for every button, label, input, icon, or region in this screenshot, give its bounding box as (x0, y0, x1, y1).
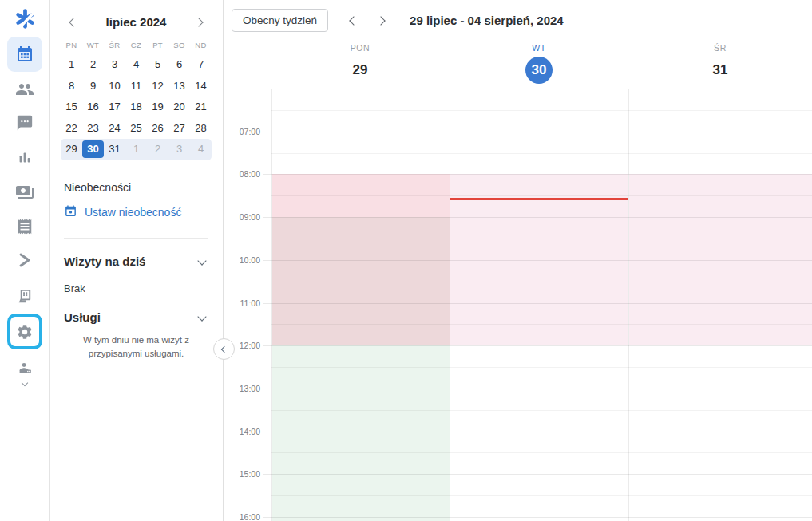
grid-line (263, 174, 812, 175)
app-logo (0, 6, 50, 30)
rail-item-chat[interactable] (0, 112, 50, 134)
day-name-label: WT (532, 43, 546, 53)
mini-day-cell[interactable]: 28 (190, 120, 212, 137)
services-section-toggle[interactable]: Usługi (57, 294, 215, 324)
mini-day-cell[interactable]: 31 (104, 140, 125, 158)
mini-day-cell[interactable]: 30 (82, 140, 104, 158)
mini-day-cell[interactable]: 2 (147, 140, 168, 158)
mini-calendar-week: 891011121314 (61, 76, 212, 97)
grid-line (271, 495, 812, 496)
mini-day-cell[interactable]: 6 (168, 56, 190, 73)
mini-day-cell[interactable]: 4 (125, 56, 147, 73)
visits-section-toggle[interactable]: Wizyty na dziś (57, 239, 215, 268)
day-name-label: ŚR (714, 43, 727, 53)
grid-line (271, 367, 812, 368)
rail-item-calendar[interactable] (0, 36, 50, 73)
rail-item-patients[interactable] (0, 78, 50, 101)
mini-day-name: SO (168, 41, 190, 49)
day-header-wt[interactable]: WT30 (525, 43, 553, 84)
set-absence-link[interactable]: Ustaw nieobecność (57, 194, 215, 220)
logo-icon (14, 8, 36, 30)
absences-title: Nieobecności (57, 160, 215, 194)
mini-day-cell[interactable]: 21 (190, 98, 212, 116)
chevron-left-icon (69, 18, 77, 26)
prev-week-button[interactable] (346, 10, 362, 31)
set-absence-label: Ustaw nieobecność (85, 206, 181, 219)
mini-day-name: WT (82, 41, 104, 49)
time-label: 14:00 (224, 427, 260, 436)
mini-day-cell[interactable]: 12 (147, 77, 168, 95)
column-border (271, 89, 272, 521)
grid-line (263, 432, 812, 432)
app-window: lipiec 2024 PNWTŚRCZPTSOND 1234567891011… (0, 0, 812, 521)
mini-day-cell[interactable]: 2 (82, 56, 104, 73)
day-number-label: 29 (347, 57, 374, 84)
time-label: 07:00 (224, 127, 260, 136)
mini-day-cell[interactable]: 16 (82, 98, 104, 116)
mini-calendar-day-names: PNWTŚRCZPTSOND (50, 41, 223, 49)
mini-calendar-weeks: 1234567891011121314151617181920212223242… (50, 54, 223, 160)
mini-day-cell[interactable]: 22 (61, 120, 82, 137)
current-week-button[interactable]: Obecny tydzień (232, 9, 328, 32)
mini-day-cell[interactable]: 20 (168, 98, 190, 116)
mini-calendar-next-button[interactable] (192, 13, 205, 31)
mini-day-cell[interactable]: 26 (147, 120, 168, 137)
rail-item-payments[interactable] (0, 181, 50, 203)
grid-line (271, 239, 812, 239)
time-label: 16:00 (224, 512, 260, 521)
mini-calendar-week: 15161718192021 (61, 97, 212, 118)
mini-day-cell[interactable]: 19 (147, 98, 168, 116)
time-label: 09:00 (224, 212, 260, 222)
mini-day-cell[interactable]: 29 (61, 140, 82, 158)
mini-day-cell[interactable]: 1 (125, 140, 147, 158)
rail-item-settings[interactable] (0, 313, 50, 350)
grid-line (263, 89, 812, 89)
mini-day-cell[interactable]: 13 (168, 77, 190, 95)
rail-item-organization[interactable] (0, 359, 50, 380)
grid-line (263, 517, 812, 518)
time-label: 15:00 (224, 469, 260, 479)
mini-day-cell[interactable]: 10 (104, 77, 125, 95)
mini-day-cell[interactable]: 9 (82, 77, 104, 95)
rail-item-receipts[interactable] (0, 215, 50, 238)
grid-line (263, 260, 812, 261)
mini-day-cell[interactable]: 15 (61, 98, 82, 116)
mini-day-cell[interactable]: 23 (82, 120, 104, 137)
grid-line (263, 217, 812, 218)
mini-day-cell[interactable]: 27 (168, 120, 190, 137)
mini-day-cell[interactable]: 11 (125, 77, 147, 95)
mini-day-cell[interactable]: 3 (104, 56, 125, 73)
mini-day-name: PN (61, 41, 82, 49)
week-grid[interactable]: 07:0008:0009:0010:0011:0012:0013:0014:00… (224, 89, 812, 521)
payments-icon (15, 183, 34, 202)
panel-collapse-button[interactable] (213, 338, 235, 360)
mini-day-cell[interactable]: 5 (147, 56, 168, 73)
mini-day-cell[interactable]: 17 (104, 98, 125, 116)
terminal-icon (16, 287, 34, 306)
mini-day-cell[interactable]: 24 (104, 120, 125, 137)
grid-line (263, 389, 812, 389)
mini-day-cell[interactable]: 25 (125, 120, 147, 137)
next-week-button[interactable] (373, 10, 389, 31)
day-header-śr[interactable]: ŚR31 (707, 43, 734, 84)
mini-calendar-prev-button[interactable] (67, 13, 80, 31)
rail-item-terminal[interactable] (0, 284, 50, 308)
grid-line (263, 345, 812, 346)
mini-day-cell[interactable]: 7 (190, 56, 212, 73)
services-empty-text: W tym dniu nie ma wizyt z przypisanymi u… (57, 324, 215, 362)
grid-line (271, 153, 812, 154)
mini-day-cell[interactable]: 18 (125, 98, 147, 116)
mini-day-cell[interactable]: 1 (61, 56, 82, 73)
mini-day-cell[interactable]: 14 (190, 77, 212, 95)
rail-item-send[interactable] (0, 249, 50, 271)
grid-line (263, 474, 812, 475)
mini-day-cell[interactable]: 4 (190, 140, 212, 158)
chevron-down-icon (197, 312, 206, 321)
mini-day-cell[interactable]: 8 (61, 77, 82, 95)
mini-day-cell[interactable]: 3 (168, 140, 190, 158)
rail-item-statistics[interactable] (0, 147, 50, 169)
organization-expander[interactable] (0, 378, 50, 388)
chevron-left-icon (349, 16, 358, 25)
day-header-pon[interactable]: PON29 (347, 43, 374, 84)
day-number-label: 31 (707, 57, 734, 84)
